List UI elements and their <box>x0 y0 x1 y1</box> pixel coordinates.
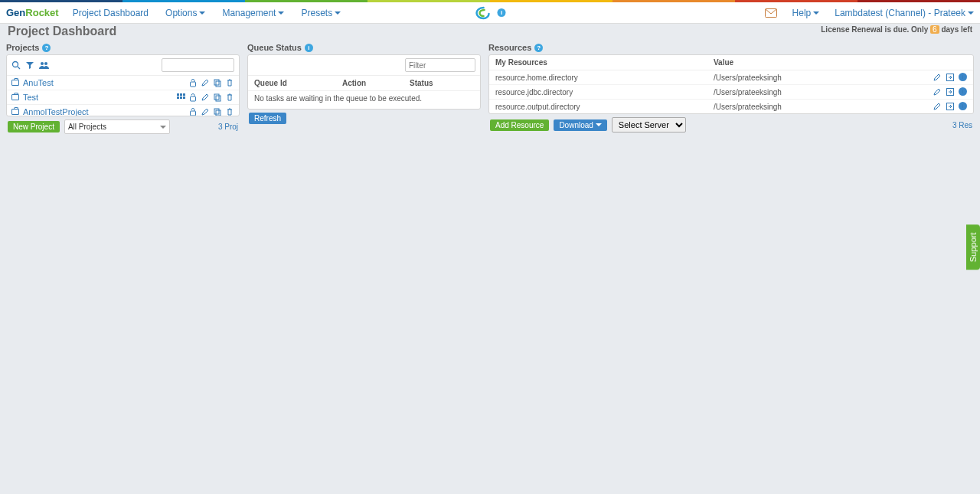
project-icon <box>11 94 19 100</box>
project-name: AnmolTestProject <box>23 107 89 116</box>
edit-icon[interactable] <box>201 107 210 116</box>
resource-value: /Users/prateeksingh <box>714 103 921 111</box>
lock-icon[interactable] <box>188 78 198 87</box>
copy-icon[interactable] <box>213 93 222 102</box>
resource-row: resource.output.directory/Users/prateeks… <box>489 100 973 113</box>
brand-part1: Gen <box>6 7 25 18</box>
nav-options[interactable]: Options <box>165 8 205 18</box>
project-name: AnuTest <box>23 78 54 87</box>
new-project-button[interactable]: New Project <box>8 121 60 132</box>
resources-panel: My Resources Value resource.home.directo… <box>488 54 974 114</box>
svg-rect-15 <box>214 94 219 100</box>
caret-icon <box>278 11 284 15</box>
projects-title: Projects ? <box>6 43 240 52</box>
top-navbar: GenRocket Project Dashboard Options Mana… <box>0 2 980 24</box>
svg-rect-5 <box>191 82 196 87</box>
help-icon[interactable]: ? <box>534 44 543 52</box>
info-icon[interactable]: i <box>498 8 506 17</box>
svg-rect-6 <box>214 80 219 85</box>
edit-icon[interactable] <box>933 102 942 111</box>
svg-rect-17 <box>191 111 196 116</box>
nav-help[interactable]: Help <box>792 8 820 18</box>
info-icon[interactable]: i <box>959 102 967 110</box>
brand-logo[interactable]: GenRocket <box>6 7 59 18</box>
server-select[interactable]: Select Server <box>612 117 686 132</box>
delete-icon[interactable] <box>225 78 234 87</box>
filter-icon[interactable] <box>25 61 34 70</box>
resource-actions: i <box>921 102 967 111</box>
resources-footer: Add Resource Download Select Server 3 Re… <box>488 114 974 132</box>
info-icon[interactable]: i <box>959 87 967 96</box>
projects-count: 3 Proj <box>218 123 238 131</box>
caret-icon <box>335 11 341 15</box>
info-icon[interactable]: i <box>305 44 313 52</box>
projects-filter-select[interactable]: All Projects <box>64 119 170 134</box>
project-link[interactable]: AnmolTestProject <box>11 107 188 116</box>
svg-rect-12 <box>180 97 182 99</box>
delete-icon[interactable] <box>225 93 234 102</box>
resource-value: /Users/prateeksingh <box>714 88 921 97</box>
copy-icon[interactable] <box>213 78 222 87</box>
resource-row: resource.home.directory/Users/prateeksin… <box>489 70 973 85</box>
open-icon[interactable] <box>946 102 955 111</box>
project-name: Test <box>23 93 38 102</box>
svg-rect-13 <box>183 97 185 99</box>
download-button[interactable]: Download <box>554 119 606 131</box>
edit-icon[interactable] <box>933 87 942 97</box>
svg-point-3 <box>41 62 44 65</box>
queue-col-status: Status <box>410 79 474 87</box>
open-icon[interactable] <box>946 73 955 82</box>
queue-empty-msg: No tasks are waiting in the queue to be … <box>248 91 480 109</box>
project-row: AnmolTestProject <box>7 105 239 116</box>
help-icon[interactable]: ? <box>42 44 51 52</box>
nav-management[interactable]: Management <box>222 8 284 18</box>
brand-part2: Rocket <box>25 7 58 18</box>
info-icon[interactable]: i <box>959 73 967 81</box>
resources-title: Resources ? <box>488 43 974 52</box>
resources-col-name: My Resources <box>495 58 714 67</box>
delete-icon[interactable] <box>225 107 234 116</box>
nav-left: Project Dashboard Options Management Pre… <box>73 8 341 18</box>
nav-user[interactable]: Lambdatest (Channel) - Prateek <box>835 8 974 18</box>
project-icon <box>11 109 19 115</box>
add-resource-button[interactable]: Add Resource <box>490 119 549 131</box>
grid-icon[interactable] <box>176 93 185 102</box>
project-link[interactable]: AnuTest <box>11 78 188 87</box>
queue-footer: Refresh <box>247 110 481 124</box>
resource-name: resource.output.directory <box>495 103 714 111</box>
project-actions <box>188 107 234 116</box>
refresh-button[interactable]: Refresh <box>249 113 286 124</box>
svg-point-1 <box>13 62 18 67</box>
license-prefix: License Renewal is due. Only <box>821 25 930 34</box>
edit-icon[interactable] <box>933 73 942 82</box>
resources-column: Resources ? My Resources Value resource.… <box>488 43 974 132</box>
search-icon[interactable] <box>11 61 21 70</box>
queue-col-id: Queue Id <box>254 79 342 87</box>
project-row: AnuTest <box>7 76 239 90</box>
support-tab[interactable]: Support <box>966 224 980 270</box>
project-link[interactable]: Test <box>11 93 176 102</box>
queue-col-action: Action <box>342 79 410 87</box>
rainbow-strip <box>0 0 980 2</box>
lock-icon[interactable] <box>188 93 198 102</box>
queue-filter-input[interactable] <box>405 58 475 72</box>
svg-rect-14 <box>191 97 196 101</box>
nav-project-dashboard[interactable]: Project Dashboard <box>73 8 149 18</box>
queue-column: Queue Status i Queue Id Action Status No… <box>247 43 481 124</box>
caret-icon <box>813 11 819 15</box>
edit-icon[interactable] <box>201 78 210 87</box>
resources-count: 3 Res <box>952 121 972 129</box>
copy-icon[interactable] <box>213 107 222 116</box>
project-search-input[interactable] <box>162 58 234 72</box>
edit-icon[interactable] <box>201 93 210 102</box>
users-icon[interactable] <box>39 61 50 70</box>
nav-presets[interactable]: Presets <box>301 8 341 18</box>
project-icon <box>11 80 19 86</box>
mail-icon[interactable] <box>765 8 777 18</box>
open-icon[interactable] <box>946 87 955 97</box>
lock-icon[interactable] <box>188 107 198 116</box>
queue-title: Queue Status i <box>247 43 481 52</box>
svg-line-2 <box>18 67 20 69</box>
svg-rect-18 <box>214 109 219 114</box>
nav-center: i <box>475 6 506 20</box>
